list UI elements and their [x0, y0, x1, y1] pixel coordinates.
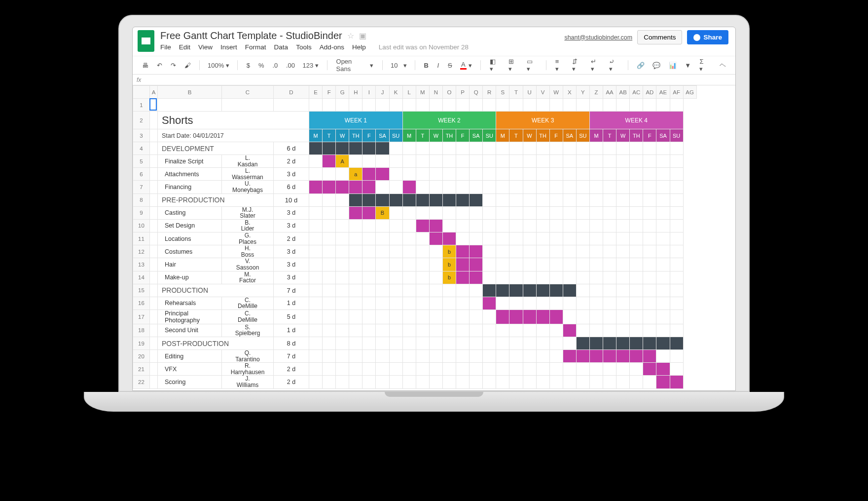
gantt-cell[interactable] [496, 324, 509, 337]
gantt-cell[interactable] [603, 337, 616, 350]
col-header-R[interactable]: R [483, 86, 496, 99]
gantt-cell[interactable] [549, 297, 563, 309]
day-header[interactable]: T [416, 129, 429, 142]
gantt-cell[interactable] [323, 297, 336, 309]
day-header[interactable]: TH [630, 129, 643, 142]
gantt-cell[interactable] [376, 258, 389, 271]
gantt-cell[interactable] [483, 284, 496, 297]
gantt-cell[interactable] [576, 309, 589, 324]
gantt-cell[interactable] [656, 193, 670, 206]
gantt-cell[interactable] [643, 337, 656, 350]
fill-color-icon[interactable]: ◧ ▾ [487, 56, 503, 75]
gantt-cell[interactable] [416, 193, 429, 206]
gantt-cell[interactable] [402, 376, 416, 388]
day-header[interactable]: SU [670, 129, 683, 142]
gantt-cell[interactable] [323, 271, 336, 284]
gantt-cell[interactable] [670, 271, 683, 284]
gantt-cell[interactable] [576, 168, 589, 181]
gantt-cell[interactable] [496, 142, 509, 155]
gantt-cell[interactable] [442, 232, 456, 245]
gantt-cell[interactable] [576, 324, 589, 337]
task-duration[interactable]: 3 d [274, 206, 309, 219]
gantt-cell[interactable] [656, 258, 670, 271]
gantt-cell[interactable] [496, 350, 509, 363]
col-header-Q[interactable]: Q [470, 86, 483, 99]
gantt-cell[interactable] [336, 337, 349, 350]
gantt-cell[interactable] [442, 142, 456, 155]
gantt-cell[interactable] [402, 232, 416, 245]
gantt-cell[interactable] [603, 206, 616, 219]
row-header-5[interactable]: 5 [133, 155, 150, 168]
gantt-cell[interactable] [483, 142, 496, 155]
gantt-cell[interactable] [603, 363, 616, 376]
col-header-X[interactable]: X [563, 86, 576, 99]
section-duration[interactable]: 7 d [274, 284, 309, 297]
section-name[interactable]: PRE-PRODUCTION [158, 193, 274, 206]
gantt-cell[interactable] [563, 363, 576, 376]
gantt-cell[interactable] [389, 155, 402, 168]
text-color-icon[interactable]: A ▾ [458, 59, 474, 72]
task-assignee[interactable]: M.Factor [222, 271, 274, 284]
gantt-cell[interactable] [309, 219, 323, 232]
task-duration[interactable]: 5 d [274, 309, 309, 324]
gantt-cell[interactable] [309, 284, 323, 297]
gantt-cell[interactable] [309, 142, 323, 155]
gantt-cell[interactable] [509, 245, 523, 258]
gantt-cell[interactable] [616, 337, 630, 350]
row-header-19[interactable]: 19 [133, 337, 150, 350]
gantt-cell[interactable] [656, 324, 670, 337]
gantt-cell[interactable] [603, 271, 616, 284]
gantt-cell[interactable] [563, 376, 576, 388]
gantt-cell[interactable] [589, 245, 603, 258]
move-folder-icon[interactable]: ▣ [359, 31, 366, 40]
gantt-cell[interactable] [523, 363, 536, 376]
gantt-cell[interactable] [589, 271, 603, 284]
col-header-H[interactable]: H [349, 86, 362, 99]
gantt-cell[interactable] [523, 297, 536, 309]
gantt-cell[interactable] [483, 337, 496, 350]
gantt-cell[interactable] [523, 376, 536, 388]
gantt-cell[interactable] [336, 324, 349, 337]
gantt-cell[interactable] [643, 245, 656, 258]
user-email[interactable]: shant@studiobinder.com [564, 34, 632, 41]
gantt-cell[interactable]: b [442, 245, 456, 258]
gantt-cell[interactable] [656, 363, 670, 376]
gantt-cell[interactable] [509, 324, 523, 337]
gantt-cell[interactable] [362, 168, 376, 181]
gantt-cell[interactable] [536, 271, 549, 284]
gantt-cell[interactable] [323, 193, 336, 206]
gantt-cell[interactable] [362, 155, 376, 168]
gantt-cell[interactable] [509, 350, 523, 363]
gantt-cell[interactable] [309, 206, 323, 219]
day-header[interactable]: M [589, 129, 603, 142]
task-duration[interactable]: 2 d [274, 155, 309, 168]
format-percent[interactable]: % [256, 60, 267, 71]
gantt-cell[interactable] [323, 181, 336, 193]
task-name[interactable]: Set Design [158, 219, 222, 232]
gantt-cell[interactable] [589, 181, 603, 193]
gantt-cell[interactable] [670, 155, 683, 168]
merge-cells-icon[interactable]: ▭ ▾ [524, 56, 540, 75]
gantt-cell[interactable] [336, 363, 349, 376]
gantt-cell[interactable] [656, 271, 670, 284]
task-assignee[interactable]: C.DeMille [222, 297, 274, 309]
gantt-cell[interactable] [603, 258, 616, 271]
col-header-O[interactable]: O [442, 86, 456, 99]
gantt-cell[interactable] [309, 181, 323, 193]
row-header-14[interactable]: 14 [133, 271, 150, 284]
gantt-cell[interactable] [496, 206, 509, 219]
gantt-cell[interactable] [523, 181, 536, 193]
gantt-cell[interactable] [402, 168, 416, 181]
task-assignee[interactable]: S.Spielberg [222, 324, 274, 337]
gantt-cell[interactable] [536, 309, 549, 324]
task-name[interactable]: Locations [158, 232, 222, 245]
start-date-label[interactable]: Start Date: 04/01/2017 [158, 129, 309, 142]
gantt-cell[interactable] [549, 155, 563, 168]
week-header-3[interactable]: WEEK 3 [496, 112, 590, 129]
week-header-1[interactable]: WEEK 1 [309, 112, 403, 129]
day-header[interactable]: SA [563, 129, 576, 142]
gantt-cell[interactable] [456, 376, 470, 388]
day-header[interactable]: M [309, 129, 323, 142]
gantt-cell[interactable] [656, 181, 670, 193]
row-header-6[interactable]: 6 [133, 168, 150, 181]
